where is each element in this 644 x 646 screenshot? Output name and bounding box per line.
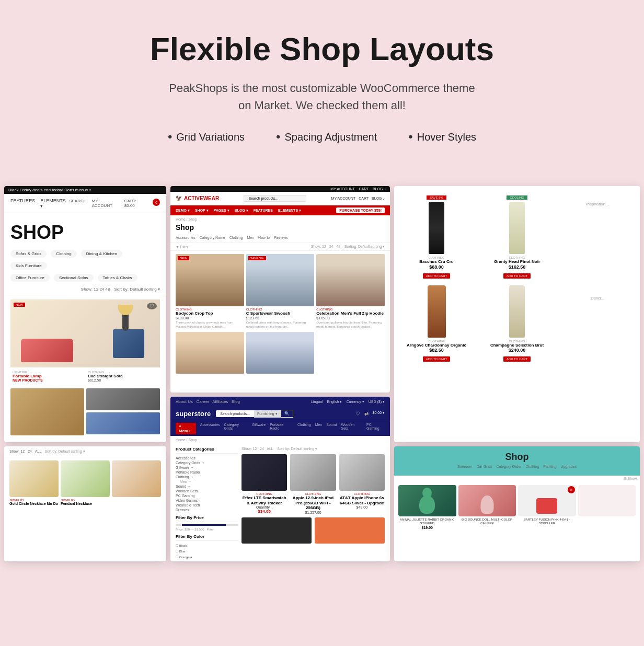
toy-product-2: BIG BOUNCE DOLL MULTI-COLOR CALIPER: [458, 485, 516, 529]
furniture-product-3-img: [10, 388, 84, 435]
activewear-nav: 🦅 ACTIVEWEAR Search products... MY ACCOU…: [170, 192, 390, 205]
ss-product-3: CLOTHING AT&T Apple iPhone 6s 64GB Silve…: [339, 454, 385, 514]
superstore-logo: superstore: [176, 410, 211, 418]
superstore-search-category[interactable]: Furnishing ▾: [254, 410, 281, 418]
activewear-topbar: MY ACCOUNT CART BLOG ♪: [170, 186, 390, 192]
toy-product-3: % BARTLEY FUSION PINK 4-IN-1 - STROLLER: [518, 485, 576, 529]
hero-subtitle: PeakShops is the most customizable WooCo…: [160, 79, 484, 114]
wine-add-btn-1[interactable]: ADD TO CART: [423, 273, 450, 279]
wine-product-2: COOLING CLOTHING Granty Head Pinot Noir …: [479, 191, 555, 279]
furniture-shop-title: SHOP: [4, 213, 166, 248]
activewear-shop-title: Shop: [170, 223, 390, 234]
activewear-purchase-btn[interactable]: PURCHASE TODAY $59!: [336, 207, 385, 213]
wine-product-4: CLOTHING Arngove Chardonnay Organic $82.…: [398, 285, 475, 363]
toys-shop-screenshot[interactable]: Shop Sunroom Car Grids Category Order Cl…: [394, 446, 640, 561]
jewelry-sort-controls: Show: 12 24 ALL Sort by: Default sorting…: [9, 449, 85, 454]
superstore-filter-price: Filter By Price Price: $20 — $1,560 Filt…: [176, 515, 238, 531]
right-column: SAVE 5% CLOTHING Bacchus Cru Cru $68.00 …: [394, 186, 640, 561]
furniture-featured-product: NEW ♡: [10, 299, 160, 367]
activewear-logo: ACTIVEWEAR: [184, 195, 219, 201]
jewelry-shop-screenshot[interactable]: Show: 12 24 ALL Sort by: Default sorting…: [4, 446, 166, 561]
activewear-products-row1: NEW CLOTHING Bodycon Crop Top $100.00 Th…: [170, 251, 390, 332]
furniture-shop-screenshot[interactable]: Black Friday deals end today! Don't miss…: [4, 186, 166, 442]
aw-product-2: SAVE 5% CLOTHING C Sportswear Swoosh $12…: [246, 254, 315, 329]
superstore-nav-icons: ♡ ⇄ $0.00 ▾: [355, 411, 385, 417]
wine-products-container: SAVE 5% CLOTHING Bacchus Cru Cru $68.00 …: [394, 186, 640, 367]
toy-sale-badge: %: [568, 486, 575, 493]
superstore-breadcrumb: Home / Shop: [170, 436, 390, 444]
sofa-red: [21, 339, 73, 362]
aw-bird-icon: 🦅: [176, 195, 182, 201]
jewelry-product-2: JEWELRY Pendant Necklace: [61, 460, 110, 505]
aw-badge-save: SAVE 5%: [248, 256, 266, 260]
aw-product-4: [176, 332, 244, 374]
superstore-cart-info: $0.00 ▾: [373, 411, 385, 417]
activewear-search-input[interactable]: Search products...: [244, 195, 306, 202]
bullet-icon: •: [168, 130, 172, 144]
activewear-breadcrumb: Home / Shop: [170, 215, 390, 223]
wine-badge-2: COOLING: [507, 195, 527, 200]
hero-section: Flexible Shop Layouts PeakShops is the m…: [0, 0, 644, 186]
superstore-search-input[interactable]: Search products...: [216, 410, 254, 417]
wine-bottle-2: [509, 202, 525, 254]
left-column: Black Friday deals end today! Don't miss…: [4, 186, 166, 561]
ss-product-orange: [315, 517, 385, 544]
furniture-products-grid: NEW ♡ LIGHTING Portable Lamp NEW PRODUCT…: [4, 295, 166, 388]
aw-product-img-3: [316, 254, 385, 306]
furniture-product-2: CLOTHING Clic Straight Sofa $612.50: [86, 368, 160, 384]
wine-badge-1: SAVE 5%: [427, 195, 446, 200]
superstore-menu-btn: ≡ Menu: [176, 423, 196, 434]
page-title: Flexible Shop Layouts: [10, 31, 634, 67]
aw-product-img-5: [246, 332, 315, 374]
ss-product-img-2: [290, 454, 336, 491]
aw-product-img-6: [316, 332, 385, 374]
aw-product-img-2: SAVE 5%: [246, 254, 315, 306]
wine-bottle-5: [509, 285, 525, 338]
superstore-nav-strip: ≡ Menu Accessories Category Grids Giftwa…: [170, 421, 390, 436]
jewelry-img-2: [61, 460, 110, 497]
cart-badge: 0: [153, 199, 160, 206]
chair-img: [86, 412, 160, 434]
feature-item-spacing: • Spacing Adjustment: [276, 130, 377, 144]
activewear-nav-links: MY ACCOUNT CART BLOG ♪: [331, 197, 385, 200]
lamp-shade: [118, 305, 133, 315]
aw-product-img-1: NEW: [176, 254, 244, 306]
superstore-products-grid: CLOTHING Effex LTE Smartwatch & Activity…: [242, 454, 385, 514]
activewear-shop-screenshot[interactable]: MY ACCOUNT CART BLOG ♪ 🦅 ACTIVEWEAR Sear…: [170, 186, 390, 393]
furniture-categories-2: Office Furniture Sectional Sofas Tables …: [4, 272, 166, 284]
bullet-icon: •: [408, 130, 412, 144]
activewear-products-row2: [170, 332, 390, 377]
furniture-sort: Show: 12 24 48 Sort by: Default sorting …: [4, 284, 166, 295]
stroller-body: [536, 498, 557, 514]
furniture-products-row2: [4, 388, 166, 440]
superstore-price-filter-title: Filter By Price: [176, 515, 238, 522]
furniture-scene-bg: [10, 299, 160, 367]
wine-shop-screenshot[interactable]: SAVE 5% CLOTHING Bacchus Cru Cru $68.00 …: [394, 186, 640, 442]
chair-blue: [113, 329, 144, 358]
activewear-filter-tabs: Accessories Category Name Clothing Men H…: [170, 234, 390, 243]
wine-product-6: Delici...: [559, 285, 636, 363]
superstore-filter-color: Filter By Color ☐ Black ☐ Blue ☐ Orange …: [176, 534, 238, 561]
superstore-wishlist-icon: ♡: [355, 411, 360, 417]
wine-add-btn-4[interactable]: ADD TO CART: [423, 356, 450, 362]
superstore-results-bar: Show: 12 24 ALL Sort by: Default sorting…: [242, 447, 385, 451]
wine-add-btn-2[interactable]: ADD TO CART: [503, 273, 531, 279]
jewelry-products-grid: JEWELRY Gold Circle Necklace Mu Du JEWEL…: [4, 457, 166, 509]
wine-product-3: Inspiration...: [559, 191, 636, 279]
ss-product-img-1: [242, 454, 287, 491]
toys-products-grid: ANIMAL JULIETTE RABBIT ORGANIC STUFFED $…: [394, 482, 640, 532]
chair-bg: [86, 412, 160, 434]
activewear-red-bar: DEMO ▾ SHOP ▾ PAGES ▾ BLOG ▾ FEATURES EL…: [170, 205, 390, 215]
superstore-search-btn[interactable]: 🔍: [281, 410, 293, 418]
toy-img-1: [398, 485, 456, 516]
features-list: • Grid Variations • Spacing Adjustment •…: [10, 130, 634, 144]
superstore-sidebar: Product Categories Accessories Category …: [176, 447, 238, 561]
superstore-top: About Us Career Affiliates Blog Lingual …: [170, 397, 390, 407]
toy-product-4: [578, 485, 636, 529]
superstore-compare-icon: ⇄: [364, 411, 369, 417]
wine-add-btn-5[interactable]: ADD TO CART: [503, 356, 531, 362]
bullet-icon: •: [276, 130, 280, 144]
aw-product-6: [316, 332, 385, 374]
jewelry-img-1: [9, 460, 59, 497]
superstore-shop-screenshot[interactable]: About Us Career Affiliates Blog Lingual …: [170, 397, 390, 561]
